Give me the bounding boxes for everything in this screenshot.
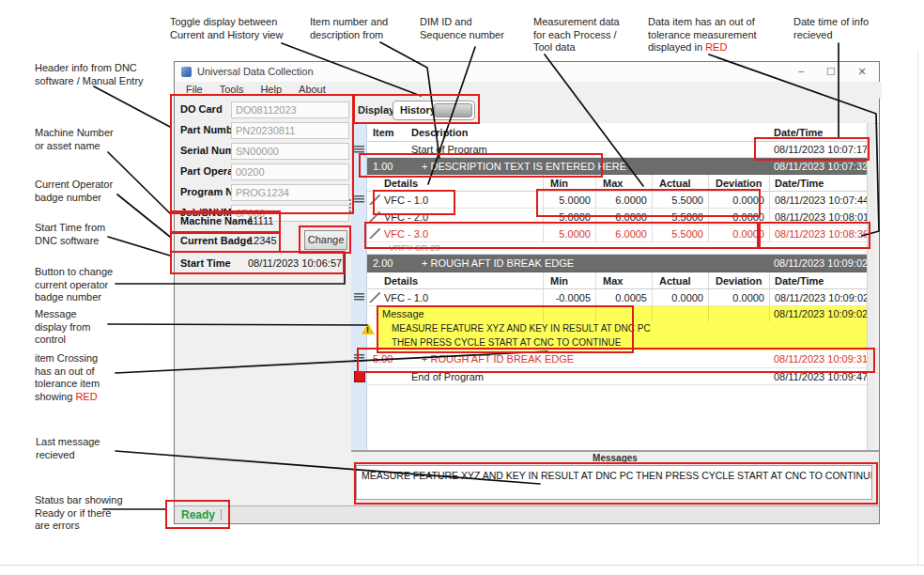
- sub-header-row: Details Min Max Actual Deviation Date/Ti…: [367, 272, 867, 289]
- annotation-header-info: Header info from DNCsoftware / Manual En…: [35, 62, 144, 87]
- deviation-value: 0.0000: [708, 192, 769, 208]
- current-badge-label: Current Badge: [180, 235, 252, 246]
- row-datetime: 08/11/2023 10:08:36: [769, 225, 867, 241]
- annotation-out-of-tolerance: Data item has an out oftolerance measure…: [648, 16, 757, 54]
- annotation-toggle-display: Toggle display betweenCurrent and Histor…: [170, 16, 283, 41]
- header-panel: DO Card DO08112023 Part Number PN2023081…: [175, 98, 352, 506]
- annotation-date-time: Date time of inforecieved: [793, 16, 869, 41]
- display-toggle-strip: Display History: [351, 98, 879, 124]
- annotation-item-number: Item number anddescription from: [310, 16, 388, 41]
- annotation-current-operator: Current Operatorbadge number: [35, 179, 113, 204]
- display-toggle[interactable]: History: [393, 101, 475, 120]
- row-datetime: 08/11/2023 10:07:44: [769, 192, 867, 208]
- annotation-change-button: Button to changecurrent operatorbadge nu…: [35, 266, 113, 304]
- col-header-max: Max: [595, 175, 652, 191]
- dim-id: VFC - 1.0: [382, 289, 543, 305]
- actual-value: 0.0000: [652, 289, 708, 305]
- row-handle-icon[interactable]: [354, 146, 364, 153]
- row-datetime: 08/11/2023 10:09:31: [769, 350, 867, 367]
- start-time-value: 08/11/2023 10:06:57: [248, 257, 342, 269]
- row-item-2[interactable]: 2.00 + ROUGH AFT ID BREAK EDGE 08/11/202…: [367, 255, 867, 272]
- row-datetime: 08/11/2023 10:09:02: [769, 289, 867, 305]
- part-operation-input[interactable]: 00200: [231, 163, 349, 180]
- window-title: Universal Data Collection: [197, 66, 314, 77]
- row-message-line1: MEASURE FEATURE XYZ AND KEY IN RESULT AT…: [378, 321, 867, 335]
- display-label: Display: [358, 104, 394, 116]
- row-datetime: 08/11/2023 10:07:17: [769, 142, 867, 157]
- max-value: 6.0000: [595, 209, 652, 225]
- col-header-max: Max: [595, 272, 652, 288]
- row-description: Start of Program: [407, 142, 769, 157]
- col-header-item: Item: [367, 123, 407, 141]
- row-datetime: 08/11/2023 10:07:32: [769, 158, 867, 174]
- item-number: 5.00: [367, 350, 407, 367]
- min-value: 5.0000: [543, 192, 595, 208]
- last-message-box: MEASURE FEATURE XYZ AND KEY IN RESULT AT…: [356, 465, 872, 500]
- row-end-of-program[interactable]: End of Program 08/11/2023 10:09:47: [367, 368, 867, 385]
- col-header-datetime: Date/Time: [769, 175, 867, 191]
- part-number-input[interactable]: PN20230811: [231, 122, 349, 139]
- start-time-label: Start Time: [180, 257, 231, 269]
- row-handle-icon[interactable]: [354, 293, 364, 301]
- row-vfc-2-0[interactable]: VFC - 2.0 5.0000 6.0000 5.5000 0.0000 08…: [367, 209, 867, 225]
- annotation-start-time: Start Time fromDNC software: [35, 222, 105, 247]
- splitter-handle[interactable]: [349, 199, 351, 201]
- item-number: 1.00: [367, 158, 407, 174]
- program-name-input[interactable]: PROG1234: [231, 184, 349, 201]
- col-header-description: Description: [407, 123, 769, 141]
- row-message-line2: THEN PRESS CYCLE START AT CNC TO CONTINU…: [378, 335, 867, 350]
- sub-header-row: Details Min Max Actual Deviation Date/Ti…: [367, 175, 867, 192]
- message-text: MEASURE FEATURE XYZ AND KEY IN RESULT AT…: [392, 321, 651, 335]
- annotation-last-message: Last messagerecieved: [36, 436, 100, 461]
- maximize-button[interactable]: ☐: [817, 62, 845, 82]
- menu-item-tools[interactable]: Tools: [211, 82, 253, 98]
- menu-item-file[interactable]: File: [177, 82, 211, 98]
- annotation-message-display: Messagedisplay fromcontrol: [35, 308, 90, 347]
- scrollbar-track[interactable]: [867, 123, 874, 450]
- item-description: + DESCRIPTION TEXT IS ENTERED HERE: [407, 158, 769, 174]
- change-badge-button[interactable]: Change: [304, 230, 347, 250]
- data-grid: Item Description Date/Time Start of Prog…: [351, 123, 874, 450]
- current-badge-value: 12345: [248, 235, 277, 246]
- col-header-deviation: Deviation: [708, 272, 769, 288]
- row-vfc-3-0-out-of-tolerance[interactable]: VFC - 3.0 5.0000 6.0000 5.5000 0.0000 08…: [367, 225, 867, 242]
- row-item-5-out-of-tolerance[interactable]: 5.00 + ROUGH AFT ID BREAK EDGE 08/11/202…: [367, 350, 867, 368]
- col-header-actual: Actual: [652, 272, 708, 288]
- do-card-input[interactable]: DO08112023: [231, 101, 349, 118]
- row-handle-icon[interactable]: [354, 195, 364, 203]
- actual-value: 5.5000: [652, 192, 708, 208]
- row-note: VRFY CR 20: [367, 242, 867, 255]
- row-datetime: 08/11/2023 10:08:01: [769, 209, 867, 225]
- dim-id: VFC - 2.0: [382, 209, 543, 225]
- row-vfc-1-0[interactable]: VFC - 1.0 5.0000 6.0000 5.5000 0.0000 08…: [367, 192, 867, 209]
- menu-item-help[interactable]: Help: [252, 82, 290, 98]
- documentation-page: Toggle display betweenCurrent and Histor…: [0, 0, 924, 575]
- warning-icon: [362, 323, 375, 334]
- status-bar: Ready |: [175, 505, 879, 523]
- row-vfc-1-0-group2[interactable]: VFC - 1.0 -0.0005 0.0005 0.0000 0.0000 0…: [367, 289, 867, 306]
- row-message-header[interactable]: Message 08/11/2023 10:09:02: [378, 306, 867, 321]
- actual-value: 5.5000: [652, 209, 708, 225]
- menu-item-about[interactable]: About: [290, 82, 334, 98]
- max-value: 6.0000: [595, 225, 652, 241]
- message-title: Message: [382, 306, 424, 321]
- row-item-1[interactable]: 1.00 + DESCRIPTION TEXT IS ENTERED HERE …: [367, 158, 867, 175]
- row-start-of-program[interactable]: Start of Program 08/11/2023 10:07:17: [367, 142, 867, 158]
- menu-bar: File Tools Help About: [175, 82, 882, 99]
- annotation-machine-number: Machine Numberor asset name: [35, 127, 114, 152]
- status-separator: |: [220, 507, 223, 521]
- row-datetime: 08/11/2023 10:09:02: [769, 306, 867, 321]
- row-datetime: 08/11/2023 10:09:47: [769, 368, 867, 384]
- annotation-item-crossing: item Crossinghas an out oftolerance item…: [35, 352, 100, 403]
- item-description: + ROUGH AFT ID BREAK EDGE: [407, 255, 769, 272]
- page-border-bottom: [0, 565, 924, 566]
- min-value: 5.0000: [543, 209, 595, 225]
- serial-number-input[interactable]: SN00000: [231, 143, 349, 160]
- minimize-button[interactable]: −: [787, 62, 815, 82]
- title-bar: Universal Data Collection − ☐ ✕: [175, 62, 879, 83]
- page-border-right: [917, 52, 918, 565]
- close-button[interactable]: ✕: [847, 62, 877, 82]
- row-handle-icon[interactable]: [354, 354, 364, 362]
- deviation-value: 0.0000: [708, 225, 769, 241]
- annotation-dim-id: DIM ID andSequence number: [420, 16, 504, 41]
